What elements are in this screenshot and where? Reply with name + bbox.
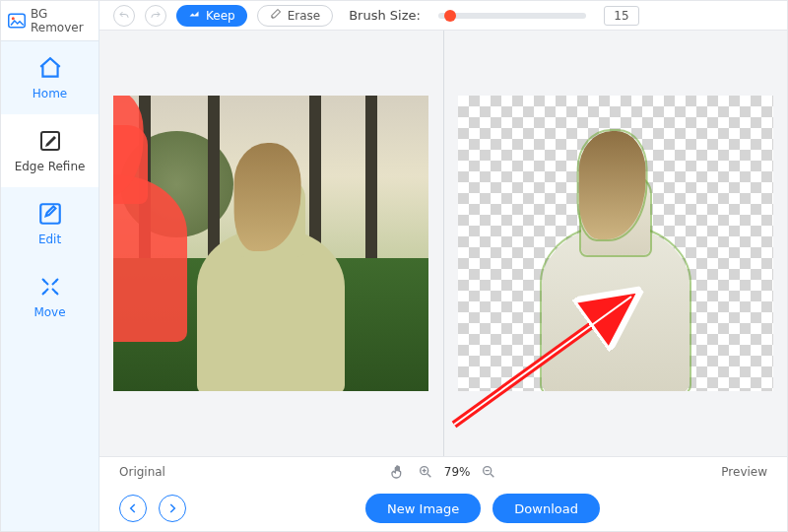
original-label: Original — [119, 465, 165, 479]
sidebar-item-edit[interactable]: Edit — [1, 187, 98, 260]
cutout-subject — [532, 137, 699, 391]
preview-pane[interactable] — [444, 31, 788, 456]
original-pane[interactable] — [99, 31, 443, 456]
svg-point-1 — [12, 17, 15, 20]
zoom-in-button[interactable] — [417, 463, 434, 481]
brush-size-slider[interactable] — [438, 13, 586, 19]
redo-button[interactable] — [145, 5, 166, 27]
app-title: BG Remover — [31, 7, 95, 34]
prev-image-button[interactable] — [119, 495, 147, 522]
sidebar-item-move[interactable]: Move — [1, 260, 98, 333]
new-image-label: New Image — [387, 501, 459, 516]
edge-refine-icon — [37, 128, 63, 154]
new-image-button[interactable]: New Image — [365, 494, 481, 523]
move-icon — [37, 274, 63, 299]
footer: New Image Download — [99, 486, 787, 531]
sidebar-item-label: Move — [33, 305, 65, 319]
workspace — [99, 31, 787, 456]
slider-thumb[interactable] — [444, 10, 456, 22]
original-image — [113, 96, 428, 391]
sidebar-item-home[interactable]: Home — [1, 41, 98, 114]
sidebar-item-label: Edge Refine — [15, 160, 86, 173]
keep-button-label: Keep — [206, 9, 235, 23]
next-image-button[interactable] — [159, 495, 186, 522]
toolbar: Keep Erase Brush Size: 15 — [99, 1, 787, 31]
svg-rect-0 — [9, 14, 26, 28]
keep-button[interactable]: Keep — [176, 5, 247, 27]
brush-size-value[interactable]: 15 — [604, 6, 639, 26]
preview-image — [458, 96, 773, 391]
app-root: BG Remover Home Edge Refine Edit Move — [0, 0, 788, 532]
bg-remover-logo-icon — [7, 12, 27, 30]
edit-icon — [37, 201, 63, 227]
brush-size-label: Brush Size: — [349, 8, 421, 23]
undo-button[interactable] — [113, 5, 135, 27]
sidebar-item-label: Home — [33, 87, 67, 100]
eraser-icon — [270, 8, 282, 23]
erase-button-label: Erase — [288, 9, 321, 23]
home-icon — [37, 55, 63, 81]
main-area: Keep Erase Brush Size: 15 — [99, 1, 787, 531]
app-logo: BG Remover — [1, 1, 98, 41]
preview-label: Preview — [721, 465, 767, 479]
download-button[interactable]: Download — [492, 494, 600, 523]
sidebar-item-edge-refine[interactable]: Edge Refine — [1, 114, 98, 187]
brush-keep-icon — [188, 8, 200, 23]
status-bar: Original 79% Preview — [99, 456, 787, 486]
pan-hand-icon[interactable] — [389, 463, 407, 481]
sidebar: BG Remover Home Edge Refine Edit Move — [1, 1, 99, 531]
zoom-percent: 79% — [444, 465, 471, 479]
zoom-out-button[interactable] — [480, 463, 497, 481]
zoom-controls: 79% — [389, 463, 498, 481]
erase-button[interactable]: Erase — [257, 5, 334, 27]
download-label: Download — [514, 501, 578, 516]
sidebar-item-label: Edit — [38, 233, 61, 246]
